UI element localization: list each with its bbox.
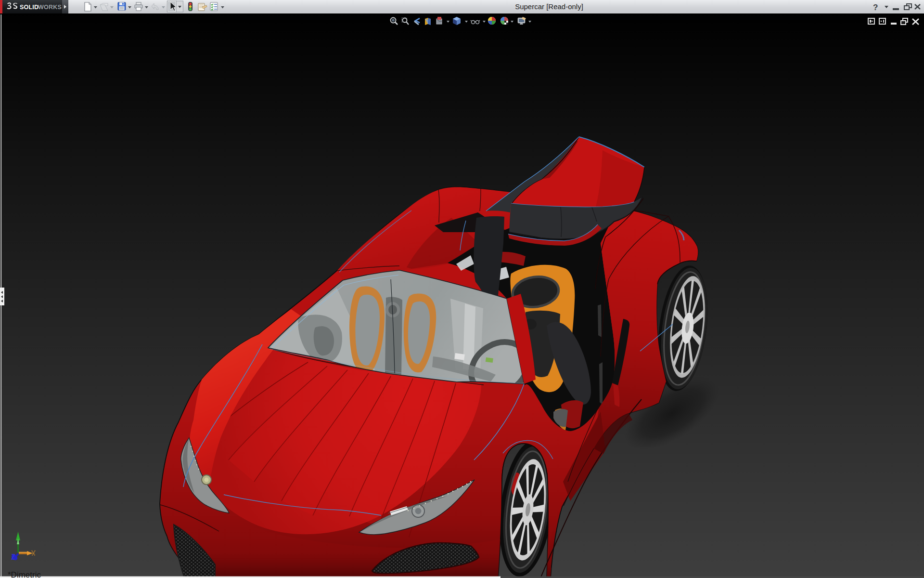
svg-text:*Dimetric: *Dimetric <box>8 570 41 578</box>
svg-text:?: ? <box>873 3 878 12</box>
